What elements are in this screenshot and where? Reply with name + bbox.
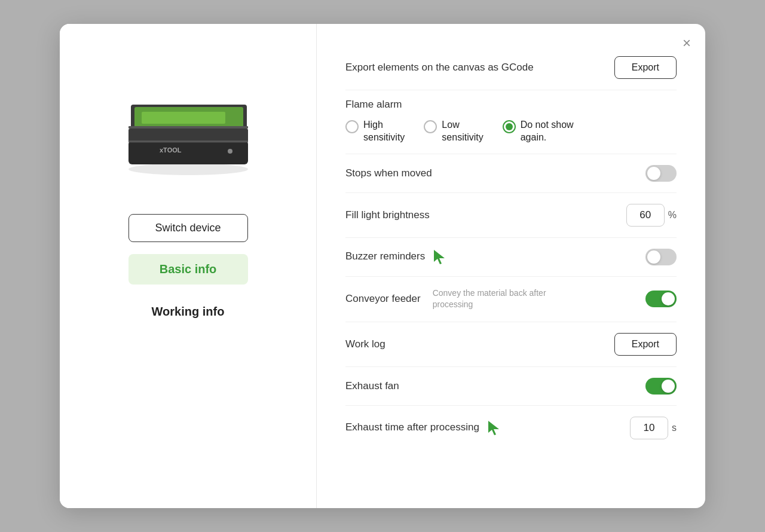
device-image: xTOOL [111, 72, 266, 185]
fill-light-brightness-label: Fill light brightness [345, 209, 626, 221]
exhaust-fan-row: Exhaust fan [345, 367, 677, 406]
exhaust-time-input-group: s [630, 417, 677, 439]
flame-alarm-title: Flame alarm [345, 99, 677, 111]
svg-point-7 [228, 149, 232, 154]
switch-device-button[interactable]: Switch device [128, 214, 248, 242]
radio-label-high: Highsensitivity [363, 119, 405, 144]
fill-light-input-group: % [626, 204, 677, 227]
svg-text:xTOOL: xTOOL [160, 146, 182, 154]
left-panel: xTOOL Switch device Basic info Working i… [60, 24, 317, 508]
buzzer-reminders-toggle[interactable] [645, 249, 677, 265]
working-info-button[interactable]: Working info [128, 296, 248, 327]
toggle-knob-stops [647, 167, 660, 180]
conveyor-feeder-left: Conveyor feeder Convey the material back… [345, 288, 645, 311]
green-cursor-icon-exhaust [486, 420, 503, 436]
radio-high-sensitivity[interactable]: Highsensitivity [345, 119, 405, 144]
fill-light-unit: % [668, 210, 677, 221]
work-log-export-button[interactable]: Export [614, 333, 677, 356]
green-cursor-icon-buzzer [432, 249, 448, 265]
radio-circle-donotshow [503, 120, 516, 133]
main-modal: xTOOL Switch device Basic info Working i… [60, 24, 705, 508]
export-gcode-row: Export elements on the canvas as GCode E… [345, 45, 677, 90]
radio-do-not-show[interactable]: Do not showagain. [503, 119, 574, 144]
close-button[interactable]: × [683, 36, 691, 50]
exhaust-time-label: Exhaust time after processing [345, 420, 630, 436]
exhaust-fan-toggle[interactable] [645, 378, 677, 395]
radio-low-sensitivity[interactable]: Lowsensitivity [424, 119, 483, 144]
toggle-knob-conveyor [662, 292, 675, 305]
work-log-label: Work log [345, 338, 614, 350]
right-panel: × Export elements on the canvas as GCode… [317, 24, 705, 508]
radio-label-donotshow: Do not showagain. [521, 119, 574, 144]
toggle-knob-exhaust [662, 380, 675, 393]
svg-marker-11 [488, 421, 499, 435]
fill-light-input[interactable] [626, 204, 665, 227]
toggle-knob-buzzer [647, 250, 660, 264]
conveyor-feeder-toggle[interactable] [645, 291, 677, 307]
buzzer-reminders-label: Buzzer reminders [345, 249, 645, 265]
exhaust-fan-label: Exhaust fan [345, 380, 645, 392]
export-gcode-button[interactable]: Export [614, 56, 677, 79]
exhaust-time-unit: s [672, 423, 677, 433]
svg-rect-5 [142, 112, 225, 124]
exhaust-time-input[interactable] [630, 417, 668, 439]
svg-rect-8 [128, 126, 248, 129]
radio-circle-low [424, 120, 437, 133]
buzzer-reminders-text: Buzzer reminders [345, 250, 425, 262]
stops-when-moved-row: Stops when moved [345, 154, 677, 193]
work-log-row: Work log Export [345, 322, 677, 367]
exhaust-time-row: Exhaust time after processing s [345, 406, 677, 450]
exhaust-time-text: Exhaust time after processing [345, 421, 479, 433]
conveyor-feeder-row: Conveyor feeder Convey the material back… [345, 277, 677, 322]
basic-info-button[interactable]: Basic info [128, 254, 248, 285]
buzzer-reminders-row: Buzzer reminders [345, 238, 677, 277]
flame-alarm-section: Flame alarm Highsensitivity Lowsensitivi… [345, 90, 677, 154]
fill-light-brightness-row: Fill light brightness % [345, 193, 677, 238]
stops-when-moved-label: Stops when moved [345, 167, 645, 179]
radio-label-low: Lowsensitivity [442, 119, 483, 144]
svg-rect-9 [128, 140, 248, 142]
flame-alarm-radio-group: Highsensitivity Lowsensitivity Do not sh… [345, 119, 677, 144]
conveyor-feeder-desc: Convey the material back after processin… [433, 288, 564, 311]
export-gcode-label: Export elements on the canvas as GCode [345, 62, 614, 74]
svg-point-0 [128, 163, 248, 175]
stops-when-moved-toggle[interactable] [645, 165, 677, 182]
conveyor-feeder-label: Conveyor feeder [345, 293, 421, 305]
radio-circle-high [345, 120, 359, 133]
svg-marker-10 [434, 250, 445, 264]
